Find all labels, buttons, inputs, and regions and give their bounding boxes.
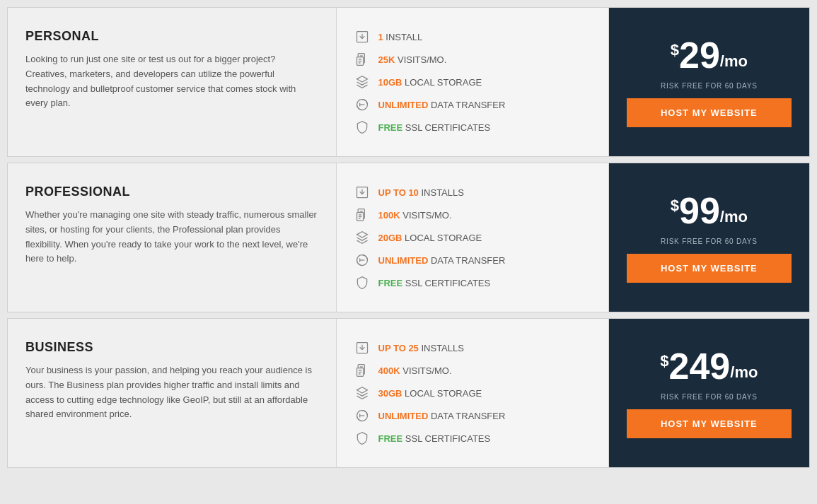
feature-text: 25K VISITS/MO. — [378, 54, 447, 65]
plan-desc-text: Looking to run just one site or test us … — [25, 52, 318, 111]
feature-label: LOCAL STORAGE — [402, 77, 482, 88]
feature-label: DATA TRANSFER — [428, 100, 505, 110]
feature-label: VISITS/MO. — [395, 54, 446, 65]
feature-highlight: UP TO 10 — [378, 187, 419, 198]
host-button-professional[interactable]: HOST MY WEBSITE — [627, 254, 792, 283]
feature-text: 400K VISITS/MO. — [378, 365, 452, 376]
feature-text: 30GB LOCAL STORAGE — [378, 388, 482, 399]
ssl-icon — [354, 430, 370, 446]
price-container: $ 249 /mo — [660, 348, 758, 385]
feature-text: UNLIMITED DATA TRANSFER — [378, 411, 506, 421]
feature-highlight: UP TO 25 — [378, 343, 419, 353]
feature-text: FREE SSL CERTIFICATES — [378, 122, 491, 133]
price-amount: 99 — [679, 192, 720, 229]
feature-text: 10GB LOCAL STORAGE — [378, 77, 482, 88]
plan-features-business: UP TO 25 INSTALLS 400K VISITS/MO. 30GB L… — [337, 319, 609, 467]
feature-label: SSL CERTIFICATES — [402, 433, 490, 444]
feature-text: 1 INSTALL — [378, 32, 423, 42]
price-note: RISK FREE FOR 60 DAYS — [661, 82, 758, 90]
ssl-icon — [354, 275, 370, 291]
plan-features-professional: UP TO 10 INSTALLS 100K VISITS/MO. 20GB L… — [337, 163, 609, 312]
feature-text: UP TO 10 INSTALLS — [378, 187, 464, 198]
feature-text: UNLIMITED DATA TRANSFER — [378, 255, 506, 266]
feature-highlight: 20GB — [378, 233, 402, 243]
plan-features-personal: 1 INSTALL 25K VISITS/MO. 10GB LOCAL STOR… — [337, 8, 609, 156]
feature-label: INSTALLS — [419, 343, 464, 353]
feature-label: VISITS/MO. — [400, 210, 452, 221]
feature-text: UP TO 25 INSTALLS — [378, 343, 464, 353]
feature-label: INSTALL — [383, 32, 422, 42]
feature-install: UP TO 10 INSTALLS — [354, 184, 591, 200]
feature-text: FREE SSL CERTIFICATES — [378, 433, 491, 444]
price-amount: 249 — [669, 348, 731, 385]
feature-text: FREE SSL CERTIFICATES — [378, 278, 491, 288]
feature-transfer: UNLIMITED DATA TRANSFER — [354, 408, 591, 423]
feature-highlight: 400K — [378, 365, 400, 376]
install-icon — [354, 340, 370, 356]
transfer-icon — [354, 408, 370, 423]
feature-highlight: 25K — [378, 54, 395, 65]
feature-highlight: 100K — [378, 210, 400, 221]
plan-name: BUSINESS — [25, 340, 318, 355]
plan-desc-text: Your business is your passion, and helpi… — [25, 363, 318, 422]
feature-visits: 100K VISITS/MO. — [354, 207, 591, 223]
feature-visits: 400K VISITS/MO. — [354, 363, 591, 378]
feature-install: 1 INSTALL — [354, 29, 591, 45]
feature-highlight: 30GB — [378, 388, 402, 399]
plan-row-personal: PERSONAL Looking to run just one site or… — [7, 7, 810, 157]
feature-label: VISITS/MO. — [400, 365, 452, 376]
visits-icon — [354, 207, 370, 223]
visits-icon — [354, 52, 370, 67]
feature-highlight: 1 — [378, 32, 383, 42]
plan-pricing-professional: $ 99 /mo RISK FREE FOR 60 DAYS HOST MY W… — [609, 163, 809, 312]
plan-desc-text: Whether you're managing one site with st… — [25, 208, 318, 266]
feature-label: DATA TRANSFER — [428, 255, 505, 266]
feature-label: SSL CERTIFICATES — [402, 122, 490, 133]
plan-pricing-business: $ 249 /mo RISK FREE FOR 60 DAYS HOST MY … — [609, 319, 809, 467]
feature-label: LOCAL STORAGE — [402, 388, 482, 399]
feature-highlight: UNLIMITED — [378, 411, 429, 421]
price-amount: 29 — [679, 37, 720, 74]
price-note: RISK FREE FOR 60 DAYS — [661, 238, 758, 245]
feature-transfer: UNLIMITED DATA TRANSFER — [354, 97, 591, 112]
transfer-icon — [354, 252, 370, 268]
install-icon — [354, 29, 370, 45]
price-container: $ 29 /mo — [671, 37, 748, 74]
plan-row-professional: PROFESSIONAL Whether you're managing one… — [7, 163, 810, 312]
feature-label: LOCAL STORAGE — [402, 233, 482, 243]
storage-icon — [354, 74, 370, 90]
price-dollar: $ — [671, 41, 679, 59]
transfer-icon — [354, 97, 370, 112]
plan-name: PROFESSIONAL — [25, 184, 318, 199]
feature-storage: 30GB LOCAL STORAGE — [354, 385, 591, 401]
feature-highlight: FREE — [378, 122, 403, 133]
feature-text: 100K VISITS/MO. — [378, 210, 452, 221]
feature-storage: 20GB LOCAL STORAGE — [354, 230, 591, 245]
feature-highlight: UNLIMITED — [378, 100, 429, 110]
feature-transfer: UNLIMITED DATA TRANSFER — [354, 252, 591, 268]
install-icon — [354, 184, 370, 200]
visits-icon — [354, 363, 370, 378]
storage-icon — [354, 385, 370, 401]
price-dollar: $ — [660, 352, 668, 370]
price-period: /mo — [730, 363, 758, 382]
host-button-personal[interactable]: HOST MY WEBSITE — [627, 98, 792, 127]
feature-text: UNLIMITED DATA TRANSFER — [378, 100, 506, 110]
feature-install: UP TO 25 INSTALLS — [354, 340, 591, 356]
feature-storage: 10GB LOCAL STORAGE — [354, 74, 591, 90]
price-dollar: $ — [671, 197, 679, 215]
host-button-business[interactable]: HOST MY WEBSITE — [627, 409, 792, 438]
price-note: RISK FREE FOR 60 DAYS — [661, 393, 758, 401]
feature-ssl: FREE SSL CERTIFICATES — [354, 119, 591, 135]
plan-name: PERSONAL — [25, 29, 318, 44]
feature-visits: 25K VISITS/MO. — [354, 52, 591, 67]
feature-highlight: FREE — [378, 278, 403, 288]
feature-label: INSTALLS — [419, 187, 464, 198]
plan-description-professional: PROFESSIONAL Whether you're managing one… — [8, 163, 337, 312]
storage-icon — [354, 230, 370, 245]
feature-highlight: 10GB — [378, 77, 402, 88]
plans-container: PERSONAL Looking to run just one site or… — [7, 7, 810, 468]
price-period: /mo — [720, 208, 748, 226]
feature-highlight: UNLIMITED — [378, 255, 429, 266]
feature-label: SSL CERTIFICATES — [402, 278, 490, 288]
